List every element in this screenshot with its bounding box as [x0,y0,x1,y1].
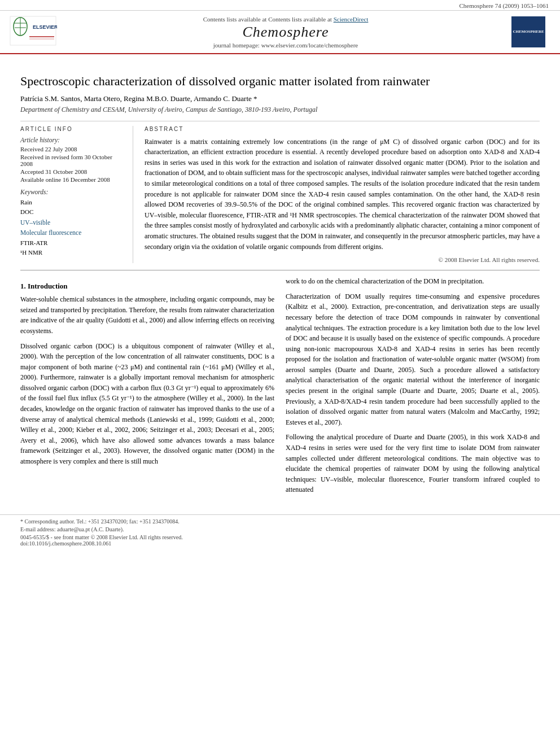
history-item-1: Received in revised form 30 October 2008 [20,154,124,167]
kw-5: ¹H NMR [20,248,124,258]
top-bar: Chemosphere 74 (2009) 1053–1061 [0,0,560,11]
svg-rect-0 [10,16,56,45]
journal-header: ELSEVIER Contents lists available at Con… [0,11,560,54]
contents-label: Contents lists available at Contents lis… [60,16,511,23]
article-info-heading: ARTICLE INFO [20,126,124,132]
footnote-star-text: * Corresponding author. Tel.: +351 23437… [20,518,180,525]
intro-title: 1. Introduction [20,282,274,291]
article-info-abstract: ARTICLE INFO Article history: Received 2… [20,126,540,264]
abstract-heading: ABSTRACT [145,126,540,132]
footnote-star: * Corresponding author. Tel.: +351 23437… [20,518,540,525]
footnote-email: E-mail address: aduarte@ua.pt (A.C. Duar… [20,526,540,532]
history-label: Article history: [20,137,124,143]
article-title: Spectroscopic characterization of dissol… [20,73,540,90]
intro-para-1: Water-soluble chemical substances in the… [20,294,274,336]
elsevier-logo: ELSEVIER [9,15,60,49]
journal-citation: Chemosphere 74 (2009) 1053–1061 [459,2,549,9]
keywords-label: Keywords: [20,189,124,195]
body-right-para-1: work to do on the chemical characterizat… [286,276,540,287]
sciencedirect-link[interactable]: ScienceDirect [334,16,369,23]
email-label: E-mail address: [20,526,55,532]
kw-3: Molecular fluorescence [20,228,124,238]
body-left-col: 1. Introduction Water-soluble chemical s… [20,276,274,500]
affiliation: Department of Chemistry and CESAM, Unive… [20,106,540,114]
divider-top [20,121,540,121]
history-item-2: Accepted 31 October 2008 [20,168,124,175]
kw-4: FTIR-ATR [20,238,124,248]
page-footer: * Corresponding author. Tel.: +351 23437… [0,514,560,550]
kw-2: UV–visible [20,217,124,228]
body-right-para-3: Following the analytical procedure of Du… [286,432,540,495]
journal-name: Chemosphere [60,24,511,41]
body-right-col: work to do on the chemical characterizat… [286,276,540,500]
abstract-text: Rainwater is a matrix containing extreme… [145,137,540,252]
kw-1: DOC [20,207,124,217]
copyright: © 2008 Elsevier Ltd. All rights reserved… [145,256,540,263]
chemosphere-badge-text: CHEMOSPHERE [513,29,544,34]
kw-0: Rain [20,198,124,208]
email-value: aduarte@ua.pt (A.C. Duarte). [57,526,124,532]
intro-para-2: Dissolved organic carbon (DOC) is a ubiq… [20,341,274,467]
body-divider [20,270,540,270]
keywords-section: Keywords: Rain DOC UV–visible Molecular … [20,189,124,258]
body-content: 1. Introduction Water-soluble chemical s… [20,276,540,500]
abstract-col: ABSTRACT Rainwater is a matrix containin… [145,126,540,264]
article-info-col: ARTICLE INFO Article history: Received 2… [20,126,133,264]
journal-homepage: journal homepage: www.elsevier.com/locat… [60,42,511,49]
authors: Patrícia S.M. Santos, Marta Otero, Regin… [20,94,540,103]
history-items: Received 22 July 2008 Received in revise… [20,146,124,183]
chemosphere-logo: CHEMOSPHERE [511,16,551,47]
doi-line: doi:10.1016/j.chemosphere.2008.10.061 [20,540,540,547]
main-content: Spectroscopic characterization of dissol… [0,54,560,509]
history-item-0: Received 22 July 2008 [20,146,124,152]
body-right-para-2: Characterization of DOM usually requires… [286,291,540,428]
issn-line: 0045-6535/$ - see front matter © 2008 El… [20,534,540,540]
journal-center-header: Contents lists available at Contents lis… [60,16,511,49]
svg-text:ELSEVIER: ELSEVIER [33,24,57,30]
history-item-3: Available online 16 December 2008 [20,176,124,183]
